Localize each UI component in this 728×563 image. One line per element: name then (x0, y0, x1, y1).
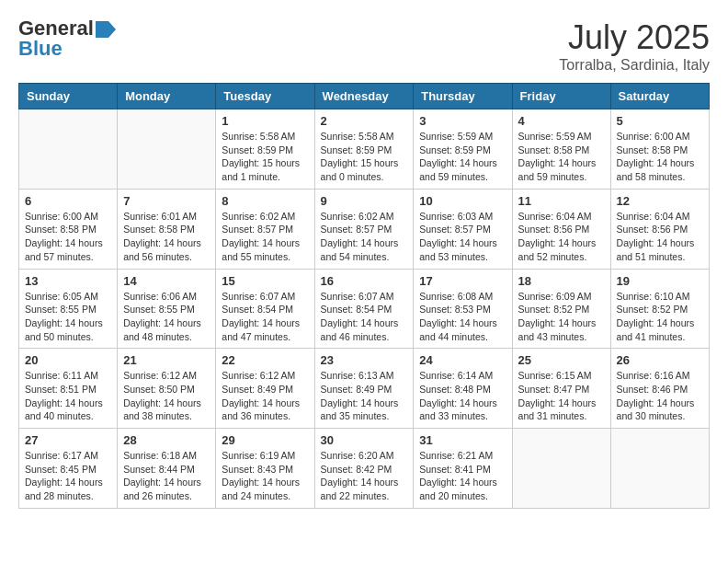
day-number: 20 (25, 353, 111, 367)
calendar-cell: 28Sunrise: 6:18 AM Sunset: 8:44 PM Dayli… (118, 429, 216, 509)
calendar-week-row: 20Sunrise: 6:11 AM Sunset: 8:51 PM Dayli… (19, 349, 710, 429)
day-number: 2 (321, 114, 408, 128)
day-info: Sunrise: 6:03 AM Sunset: 8:57 PM Dayligh… (419, 210, 506, 264)
logo-icon (96, 21, 116, 38)
day-info: Sunrise: 6:21 AM Sunset: 8:41 PM Dayligh… (419, 449, 506, 503)
day-info: Sunrise: 6:00 AM Sunset: 8:58 PM Dayligh… (617, 130, 703, 184)
weekday-header: Friday (512, 84, 610, 109)
day-info: Sunrise: 6:20 AM Sunset: 8:42 PM Dayligh… (321, 449, 408, 503)
calendar-cell: 26Sunrise: 6:16 AM Sunset: 8:46 PM Dayli… (610, 349, 709, 429)
day-info: Sunrise: 5:59 AM Sunset: 8:59 PM Dayligh… (419, 130, 506, 184)
calendar-cell: 14Sunrise: 6:06 AM Sunset: 8:55 PM Dayli… (118, 269, 216, 349)
calendar-cell: 1Sunrise: 5:58 AM Sunset: 8:59 PM Daylig… (216, 109, 314, 190)
location-text: Torralba, Sardinia, Italy (559, 57, 710, 74)
day-info: Sunrise: 6:16 AM Sunset: 8:46 PM Dayligh… (617, 369, 703, 423)
logo-blue-text: Blue (18, 39, 63, 59)
calendar-week-row: 13Sunrise: 6:05 AM Sunset: 8:55 PM Dayli… (19, 269, 710, 349)
day-info: Sunrise: 6:05 AM Sunset: 8:55 PM Dayligh… (25, 290, 111, 344)
day-info: Sunrise: 6:13 AM Sunset: 8:49 PM Dayligh… (321, 369, 408, 423)
day-info: Sunrise: 6:18 AM Sunset: 8:44 PM Dayligh… (123, 449, 210, 503)
calendar-cell: 10Sunrise: 6:03 AM Sunset: 8:57 PM Dayli… (414, 189, 512, 269)
day-number: 22 (222, 353, 308, 367)
day-number: 12 (617, 194, 703, 208)
day-number: 6 (25, 194, 111, 208)
day-info: Sunrise: 5:58 AM Sunset: 8:59 PM Dayligh… (222, 130, 308, 184)
day-info: Sunrise: 6:04 AM Sunset: 8:56 PM Dayligh… (617, 210, 703, 264)
day-number: 13 (25, 274, 111, 288)
logo: General Blue (18, 18, 116, 59)
day-info: Sunrise: 6:12 AM Sunset: 8:49 PM Dayligh… (222, 369, 308, 423)
day-number: 21 (123, 353, 210, 367)
calendar-week-row: 27Sunrise: 6:17 AM Sunset: 8:45 PM Dayli… (19, 429, 710, 509)
day-number: 3 (419, 114, 506, 128)
day-info: Sunrise: 6:14 AM Sunset: 8:48 PM Dayligh… (419, 369, 506, 423)
day-info: Sunrise: 6:02 AM Sunset: 8:57 PM Dayligh… (222, 210, 308, 264)
day-number: 24 (419, 353, 506, 367)
day-info: Sunrise: 6:17 AM Sunset: 8:45 PM Dayligh… (25, 449, 111, 503)
day-number: 29 (222, 433, 308, 447)
day-number: 7 (123, 194, 210, 208)
weekday-header: Wednesday (314, 84, 414, 109)
day-number: 17 (419, 274, 506, 288)
day-info: Sunrise: 6:04 AM Sunset: 8:56 PM Dayligh… (518, 210, 605, 264)
day-info: Sunrise: 6:19 AM Sunset: 8:43 PM Dayligh… (222, 449, 308, 503)
weekday-header: Tuesday (216, 84, 314, 109)
calendar-cell: 3Sunrise: 5:59 AM Sunset: 8:59 PM Daylig… (414, 109, 512, 190)
day-number: 15 (222, 274, 308, 288)
calendar-cell: 11Sunrise: 6:04 AM Sunset: 8:56 PM Dayli… (512, 189, 610, 269)
day-info: Sunrise: 6:09 AM Sunset: 8:52 PM Dayligh… (518, 290, 605, 344)
day-info: Sunrise: 5:59 AM Sunset: 8:58 PM Dayligh… (518, 130, 605, 184)
day-number: 25 (518, 353, 605, 367)
day-number: 5 (617, 114, 703, 128)
day-info: Sunrise: 5:58 AM Sunset: 8:59 PM Dayligh… (321, 130, 408, 184)
day-number: 31 (419, 433, 506, 447)
day-info: Sunrise: 6:06 AM Sunset: 8:55 PM Dayligh… (123, 290, 210, 344)
weekday-header: Thursday (414, 84, 512, 109)
day-number: 11 (518, 194, 605, 208)
month-year-title: July 2025 (559, 18, 710, 57)
day-info: Sunrise: 6:07 AM Sunset: 8:54 PM Dayligh… (222, 290, 308, 344)
day-number: 10 (419, 194, 506, 208)
day-info: Sunrise: 6:07 AM Sunset: 8:54 PM Dayligh… (321, 290, 408, 344)
calendar-week-row: 1Sunrise: 5:58 AM Sunset: 8:59 PM Daylig… (19, 109, 710, 190)
calendar-cell (118, 109, 216, 190)
day-info: Sunrise: 6:08 AM Sunset: 8:53 PM Dayligh… (419, 290, 506, 344)
calendar-cell: 9Sunrise: 6:02 AM Sunset: 8:57 PM Daylig… (314, 189, 414, 269)
day-number: 9 (321, 194, 408, 208)
day-number: 18 (518, 274, 605, 288)
calendar-cell: 21Sunrise: 6:12 AM Sunset: 8:50 PM Dayli… (118, 349, 216, 429)
svg-marker-0 (96, 21, 116, 38)
calendar-cell (19, 109, 118, 190)
day-info: Sunrise: 6:11 AM Sunset: 8:51 PM Dayligh… (25, 369, 111, 423)
calendar-cell: 6Sunrise: 6:00 AM Sunset: 8:58 PM Daylig… (19, 189, 118, 269)
day-number: 27 (25, 433, 111, 447)
calendar-cell: 30Sunrise: 6:20 AM Sunset: 8:42 PM Dayli… (314, 429, 414, 509)
day-number: 30 (321, 433, 408, 447)
calendar-cell (610, 429, 709, 509)
calendar-cell: 18Sunrise: 6:09 AM Sunset: 8:52 PM Dayli… (512, 269, 610, 349)
calendar-cell: 27Sunrise: 6:17 AM Sunset: 8:45 PM Dayli… (19, 429, 118, 509)
day-number: 28 (123, 433, 210, 447)
weekday-header: Monday (118, 84, 216, 109)
day-number: 14 (123, 274, 210, 288)
calendar-cell: 29Sunrise: 6:19 AM Sunset: 8:43 PM Dayli… (216, 429, 314, 509)
calendar-cell: 16Sunrise: 6:07 AM Sunset: 8:54 PM Dayli… (314, 269, 414, 349)
weekday-header: Sunday (19, 84, 118, 109)
logo-general-text: General (18, 18, 94, 39)
day-info: Sunrise: 6:01 AM Sunset: 8:58 PM Dayligh… (123, 210, 210, 264)
calendar-header-row: SundayMondayTuesdayWednesdayThursdayFrid… (19, 84, 710, 109)
calendar-cell: 25Sunrise: 6:15 AM Sunset: 8:47 PM Dayli… (512, 349, 610, 429)
calendar-cell: 15Sunrise: 6:07 AM Sunset: 8:54 PM Dayli… (216, 269, 314, 349)
day-number: 23 (321, 353, 408, 367)
day-info: Sunrise: 6:00 AM Sunset: 8:58 PM Dayligh… (25, 210, 111, 264)
day-info: Sunrise: 6:12 AM Sunset: 8:50 PM Dayligh… (123, 369, 210, 423)
day-info: Sunrise: 6:02 AM Sunset: 8:57 PM Dayligh… (321, 210, 408, 264)
day-number: 1 (222, 114, 308, 128)
calendar-cell: 22Sunrise: 6:12 AM Sunset: 8:49 PM Dayli… (216, 349, 314, 429)
calendar-cell (512, 429, 610, 509)
calendar-cell: 8Sunrise: 6:02 AM Sunset: 8:57 PM Daylig… (216, 189, 314, 269)
calendar-cell: 5Sunrise: 6:00 AM Sunset: 8:58 PM Daylig… (610, 109, 709, 190)
calendar-cell: 19Sunrise: 6:10 AM Sunset: 8:52 PM Dayli… (610, 269, 709, 349)
day-number: 19 (617, 274, 703, 288)
calendar-cell: 7Sunrise: 6:01 AM Sunset: 8:58 PM Daylig… (118, 189, 216, 269)
